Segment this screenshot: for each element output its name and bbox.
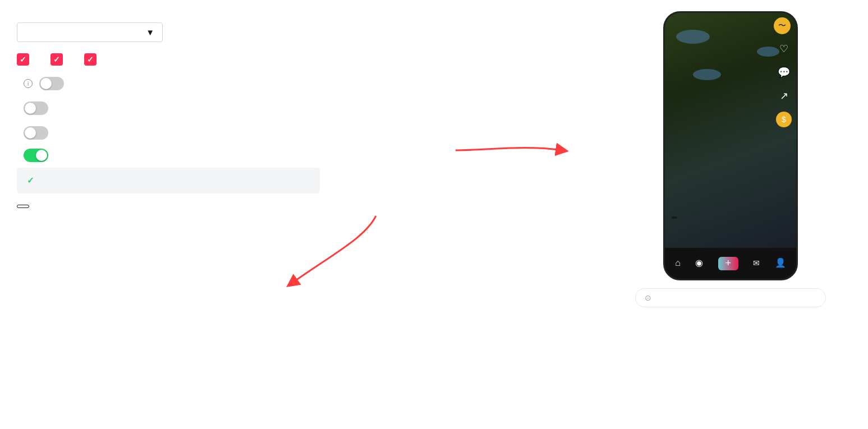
inbox-icon: ✉ — [753, 259, 760, 267]
comment-icon: 💬 — [776, 64, 792, 80]
visibility-dropdown[interactable]: ▼ — [17, 22, 163, 42]
toggle-knob-copyright — [36, 150, 47, 161]
schedule-video-toggle[interactable] — [39, 77, 64, 90]
schedule-video-row: i — [17, 77, 576, 90]
copyright-learn-more-link[interactable] — [17, 205, 29, 208]
copyright-toggle[interactable] — [24, 149, 48, 162]
nav-profile[interactable]: 👤 — [775, 257, 786, 269]
file-info: ⊙ — [645, 293, 656, 302]
video-background: 〜 ♡ 💬 ↗ $ — [665, 13, 796, 248]
pool-decoration-3 — [693, 69, 721, 80]
stitch-checkmark-icon: ✓ — [87, 55, 94, 64]
toggle-knob — [40, 78, 52, 89]
timer-badge — [672, 216, 677, 219]
comment-checkbox[interactable]: ✓ — [17, 53, 34, 66]
phone-screen: 〜 ♡ 💬 ↗ $ — [665, 13, 796, 279]
music-icon-top: 〜 — [774, 17, 791, 34]
no-issues-box: ✓ — [17, 168, 320, 193]
ai-generated-row — [17, 126, 576, 140]
duet-checkbox[interactable]: ✓ — [50, 53, 67, 66]
stitch-checkbox-box: ✓ — [84, 53, 97, 66]
schedule-info-icon[interactable]: i — [24, 79, 33, 88]
share-icon: ↗ — [776, 88, 792, 104]
heart-icon: ♡ — [776, 41, 792, 57]
nav-discover[interactable]: ◉ — [695, 257, 703, 269]
toggle-knob-disclose — [25, 103, 36, 114]
duet-checkmark-icon: ✓ — [53, 55, 60, 64]
disclose-post-toggle[interactable] — [24, 102, 48, 115]
side-actions: ♡ 💬 ↗ $ — [776, 41, 792, 127]
ai-generated-toggle[interactable] — [24, 126, 48, 140]
stitch-checkbox[interactable]: ✓ — [84, 53, 101, 66]
discover-icon: ◉ — [695, 257, 703, 268]
comment-checkbox-box: ✓ — [17, 53, 29, 66]
copyright-row — [17, 149, 576, 162]
file-check-icon: ⊙ — [645, 293, 651, 302]
home-icon: ⌂ — [675, 258, 681, 268]
no-issues-check-icon: ✓ — [27, 176, 34, 186]
profile-icon: 👤 — [775, 257, 786, 268]
toggle-knob-ai — [25, 127, 36, 139]
dropdown-arrow-icon: ▼ — [146, 27, 154, 37]
coin-icon: $ — [776, 112, 792, 127]
nav-create[interactable]: + — [718, 257, 738, 270]
pool-decoration-1 — [676, 30, 710, 44]
create-plus-icon: + — [718, 257, 738, 270]
disclose-post-row — [17, 102, 576, 115]
phone-mockup: 〜 ♡ 💬 ↗ $ — [663, 11, 798, 280]
video-file-row: ⊙ — [635, 288, 826, 307]
comment-checkmark-icon: ✓ — [20, 55, 26, 64]
duet-checkbox-box: ✓ — [50, 53, 63, 66]
video-overlay-text — [669, 216, 774, 220]
nav-home[interactable]: ⌂ — [675, 258, 681, 269]
phone-nav: ⌂ ◉ + ✉ 👤 — [665, 248, 796, 279]
nav-inbox[interactable]: ✉ — [753, 259, 760, 269]
